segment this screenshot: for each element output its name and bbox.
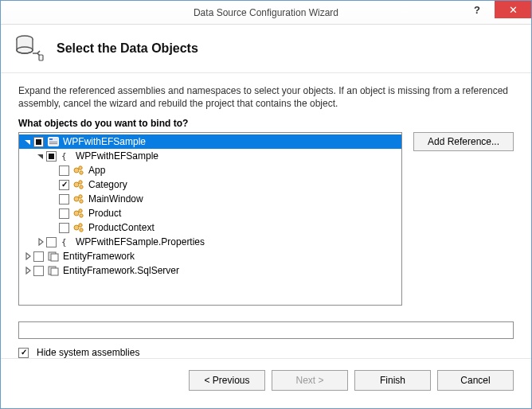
tree-row[interactable]: App [19,163,401,177]
svg-rect-4 [49,138,53,140]
svg-point-19 [80,214,83,217]
class-icon [72,178,85,191]
class-icon [72,221,85,234]
svg-rect-27 [51,268,58,275]
window-title: Data Source Configuration Wizard [194,7,338,18]
page-title: Select the Data Objects [57,41,198,56]
wizard-window: Data Source Configuration Wizard ? ✕ Sel… [0,0,532,409]
class-icon [72,207,85,220]
close-icon: ✕ [509,4,518,16]
tree-row[interactable]: { }WPFwithEFSample.Properties [19,235,401,249]
prompt-label: What objects do you want to bind to? [18,118,514,129]
tree-node-label: Category [88,179,127,190]
svg-point-17 [74,211,79,216]
assembly-icon [47,264,60,277]
class-icon [72,164,85,177]
svg-point-18 [79,209,82,212]
tree-checkbox[interactable] [59,180,69,190]
wizard-footer: < Previous Next > Finish Cancel [1,358,531,408]
tree-node-label: WPFwithEFSample [76,150,158,162]
tree-node-label: App [88,165,105,176]
svg-point-21 [79,224,82,227]
svg-rect-25 [51,254,58,261]
tree-row[interactable]: WPFwithEFSample [19,134,401,149]
tree-checkbox[interactable] [33,137,44,147]
svg-point-8 [74,168,79,173]
tree-row[interactable]: MainWindow [19,192,401,206]
previous-button[interactable]: < Previous [189,370,265,391]
cancel-button[interactable]: Cancel [437,370,514,391]
hide-assemblies-checkbox[interactable] [18,348,29,358]
tree-node-label: EntityFramework [63,251,135,262]
tree-checkbox[interactable] [46,151,57,162]
side-panel: Add Reference... [413,132,514,312]
svg-point-9 [79,166,82,169]
expander-open-icon[interactable] [22,136,33,147]
tree-checkbox[interactable] [59,166,69,176]
expander-none [48,193,59,204]
tree-node-label: ProductContext [88,222,155,233]
svg-point-12 [79,181,82,184]
tree-row[interactable]: Product [19,206,401,220]
svg-point-11 [74,182,79,187]
namespace-icon: { } [60,236,72,248]
titlebar-controls: ? ✕ [460,1,531,18]
database-icon [15,34,44,63]
svg-rect-2 [39,55,43,60]
svg-point-20 [74,225,79,230]
svg-point-10 [80,171,83,174]
finish-button[interactable]: Finish [354,370,431,391]
tree-node-label: Product [88,208,121,219]
tree-checkbox[interactable] [33,266,44,276]
expander-none [48,208,59,219]
project-icon [47,135,60,148]
expander-open-icon[interactable] [35,150,46,162]
wizard-header: Select the Data Objects [1,25,531,73]
tree-checkbox[interactable] [59,194,69,204]
add-reference-button[interactable]: Add Reference... [413,132,514,151]
object-tree[interactable]: WPFwithEFSample{ }WPFwithEFSampleAppCate… [18,132,402,306]
hide-assemblies-row: Hide system assemblies [18,347,514,358]
help-icon: ? [474,4,480,16]
tree-node-label: EntityFramework.SqlServer [63,265,179,276]
svg-text:{ }: { } [61,151,72,162]
tree-row[interactable]: EntityFramework.SqlServer [19,263,401,278]
tree-node-label: MainWindow [88,193,143,204]
expander-closed-icon[interactable] [22,251,33,262]
assembly-icon [47,250,60,263]
hide-assemblies-label: Hide system assemblies [37,347,139,358]
tree-checkbox[interactable] [33,251,44,262]
tree-checkbox[interactable] [59,223,69,233]
close-button[interactable]: ✕ [495,1,531,18]
svg-point-14 [74,197,79,201]
tree-row[interactable]: Category [19,177,401,192]
svg-point-13 [80,185,83,189]
svg-rect-6 [49,143,57,144]
intro-text: Expand the referenced assemblies and nam… [18,84,514,110]
tree-row[interactable]: { }WPFwithEFSample [19,149,401,163]
main-row: WPFwithEFSample{ }WPFwithEFSampleAppCate… [18,132,514,312]
tree-node-label: WPFwithEFSample [63,136,146,147]
expander-none [48,165,59,176]
svg-point-15 [79,195,82,198]
expander-closed-icon[interactable] [22,265,33,276]
tree-checkbox[interactable] [46,237,57,247]
namespace-icon: { } [60,150,72,162]
status-box [18,321,514,339]
expander-none [48,179,59,190]
titlebar: Data Source Configuration Wizard ? ✕ [1,1,531,25]
next-button[interactable]: Next > [272,370,348,391]
svg-point-22 [80,228,83,232]
expander-closed-icon[interactable] [35,236,46,247]
svg-text:{ }: { } [61,237,72,247]
class-icon [72,193,85,205]
expander-none [48,222,59,233]
tree-row[interactable]: EntityFramework [19,249,401,263]
tree-row[interactable]: ProductContext [19,220,401,235]
tree-node-label: WPFwithEFSample.Properties [76,236,205,247]
help-button[interactable]: ? [460,1,495,18]
tree-checkbox[interactable] [59,208,69,219]
svg-point-16 [80,200,83,203]
wizard-body: Expand the referenced assemblies and nam… [1,73,531,358]
svg-rect-5 [49,142,57,142]
